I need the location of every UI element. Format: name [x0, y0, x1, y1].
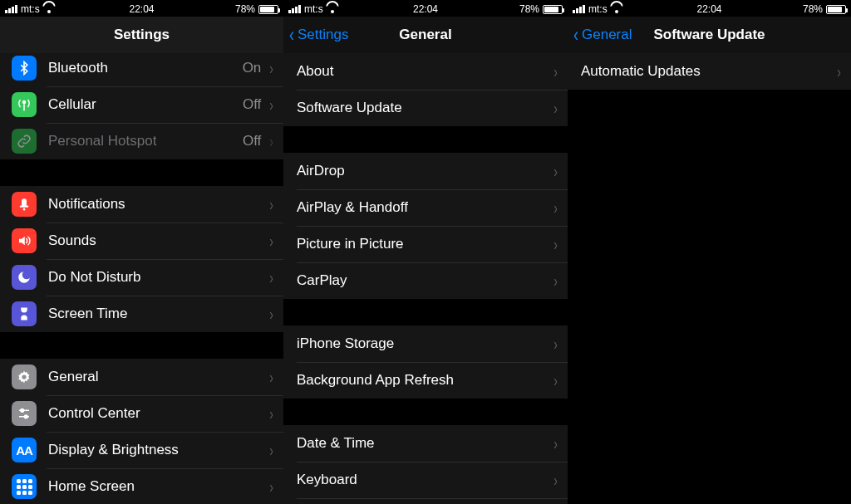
- battery-icon: [543, 5, 563, 14]
- row-airdrop[interactable]: AirDrop›: [283, 153, 568, 189]
- nav-bar: Settings: [0, 17, 283, 53]
- grid-icon: [12, 474, 37, 499]
- row-label: Picture in Picture: [297, 236, 548, 252]
- battery-pct-label: 78%: [519, 3, 539, 15]
- chevron-right-icon: ›: [552, 371, 565, 390]
- wifi-icon: [327, 5, 338, 13]
- svg-rect-2: [20, 206, 29, 208]
- chevron-right-icon: ›: [268, 195, 281, 214]
- row-bluetooth[interactable]: BluetoothOn›: [0, 53, 283, 86]
- row-storage[interactable]: iPhone Storage›: [283, 325, 568, 362]
- status-bar: mt:s 22:04 78%: [283, 0, 568, 17]
- chevron-right-icon: ›: [268, 268, 281, 287]
- chevron-right-icon: ›: [268, 368, 281, 387]
- row-dnd[interactable]: Do Not Disturb›: [0, 259, 283, 296]
- nav-bar: ‹ General Software Update: [568, 17, 851, 53]
- chevron-right-icon: ›: [552, 62, 565, 81]
- row-label: Screen Time: [48, 306, 264, 322]
- row-label: Software Update: [297, 100, 548, 116]
- wifi-icon: [43, 5, 55, 13]
- status-bar: mt:s 22:04 78%: [568, 0, 851, 17]
- row-label: Control Center: [48, 405, 264, 422]
- row-keyboard[interactable]: Keyboard›: [283, 462, 568, 498]
- row-value: Off: [243, 96, 261, 113]
- row-fonts[interactable]: Fonts›: [283, 498, 568, 504]
- row-pip[interactable]: Picture in Picture›: [283, 226, 568, 262]
- row-label: AirDrop: [297, 163, 548, 179]
- aa-icon: AA: [12, 438, 37, 462]
- row-label: Bluetooth: [48, 60, 243, 76]
- nav-title: Settings: [0, 27, 283, 43]
- row-homescreen[interactable]: Home Screen›: [0, 468, 283, 504]
- row-airplay[interactable]: AirPlay & Handoff›: [283, 189, 568, 226]
- svg-point-0: [23, 101, 26, 104]
- chevron-right-icon: ›: [268, 95, 281, 115]
- row-label: CarPlay: [297, 272, 548, 289]
- chevron-right-icon: ›: [552, 434, 565, 453]
- svg-point-7: [21, 409, 24, 412]
- chevron-right-icon: ›: [835, 62, 849, 81]
- chevron-left-icon: ‹: [573, 25, 578, 45]
- signal-icon: [288, 5, 301, 13]
- bluetooth-icon: [12, 56, 37, 81]
- chevron-right-icon: ›: [552, 471, 565, 490]
- settings-pane: mt:s 22:04 78% Settings BluetoothOn›Cell…: [0, 0, 283, 504]
- toggles-icon: [12, 401, 37, 426]
- signal-icon: [573, 5, 585, 13]
- bell-icon: [12, 192, 37, 217]
- nav-bar: ‹ Settings General: [283, 17, 568, 53]
- carrier-label: mt:s: [21, 3, 40, 15]
- svg-point-5: [22, 374, 26, 379]
- back-label: Settings: [298, 27, 348, 43]
- row-label: General: [48, 369, 264, 385]
- row-label: Date & Time: [297, 435, 548, 452]
- wifi-icon: [611, 5, 622, 13]
- gear-icon: [12, 365, 37, 389]
- chevron-right-icon: ›: [268, 232, 281, 251]
- svg-point-9: [24, 415, 27, 418]
- back-button[interactable]: ‹ General: [568, 25, 632, 45]
- chevron-right-icon: ›: [268, 132, 281, 151]
- row-label: Cellular: [48, 96, 243, 113]
- row-controlcenter[interactable]: Control Center›: [0, 395, 283, 432]
- row-general[interactable]: General›: [0, 359, 283, 395]
- chevron-right-icon: ›: [552, 272, 565, 291]
- status-bar: mt:s 22:04 78%: [0, 0, 283, 17]
- row-cellular[interactable]: CellularOff›: [0, 86, 283, 123]
- row-label: Automatic Updates: [581, 63, 832, 80]
- software-update-pane: mt:s 22:04 78% ‹ General Software Update…: [568, 0, 851, 504]
- row-bgapp[interactable]: Background App Refresh›: [283, 362, 568, 399]
- chevron-right-icon: ›: [552, 235, 565, 254]
- row-datetime[interactable]: Date & Time›: [283, 425, 568, 462]
- chevron-right-icon: ›: [268, 477, 281, 497]
- row-label: AirPlay & Handoff: [297, 199, 548, 216]
- row-label: Keyboard: [297, 472, 548, 488]
- row-notifications[interactable]: Notifications›: [0, 186, 283, 223]
- chevron-right-icon: ›: [552, 198, 565, 218]
- row-label: About: [297, 63, 548, 80]
- sound-icon: [12, 228, 37, 253]
- battery-pct-label: 78%: [803, 3, 823, 15]
- row-label: iPhone Storage: [297, 335, 548, 352]
- row-label: Display & Brightness: [48, 442, 264, 458]
- row-carplay[interactable]: CarPlay›: [283, 262, 568, 299]
- row-hotspot: Personal HotspotOff›: [0, 123, 283, 159]
- row-about[interactable]: About›: [283, 53, 568, 90]
- svg-point-3: [23, 208, 26, 211]
- chevron-right-icon: ›: [552, 99, 565, 118]
- chevron-left-icon: ‹: [289, 25, 294, 45]
- row-screentime[interactable]: Screen Time›: [0, 296, 283, 332]
- row-label: Home Screen: [48, 478, 264, 495]
- row-label: Sounds: [48, 232, 264, 249]
- row-sounds[interactable]: Sounds›: [0, 223, 283, 259]
- antenna-icon: [12, 92, 37, 117]
- row-softwareupdate[interactable]: Software Update›: [283, 90, 568, 126]
- general-pane: mt:s 22:04 78% ‹ Settings General About›…: [283, 0, 568, 504]
- battery-icon: [258, 5, 278, 14]
- row-autoupdates[interactable]: Automatic Updates›: [568, 53, 851, 90]
- row-display[interactable]: AADisplay & Brightness›: [0, 432, 283, 468]
- chevron-right-icon: ›: [552, 335, 565, 354]
- chevron-right-icon: ›: [268, 59, 281, 78]
- back-button[interactable]: ‹ Settings: [283, 25, 348, 45]
- carrier-label: mt:s: [304, 3, 323, 15]
